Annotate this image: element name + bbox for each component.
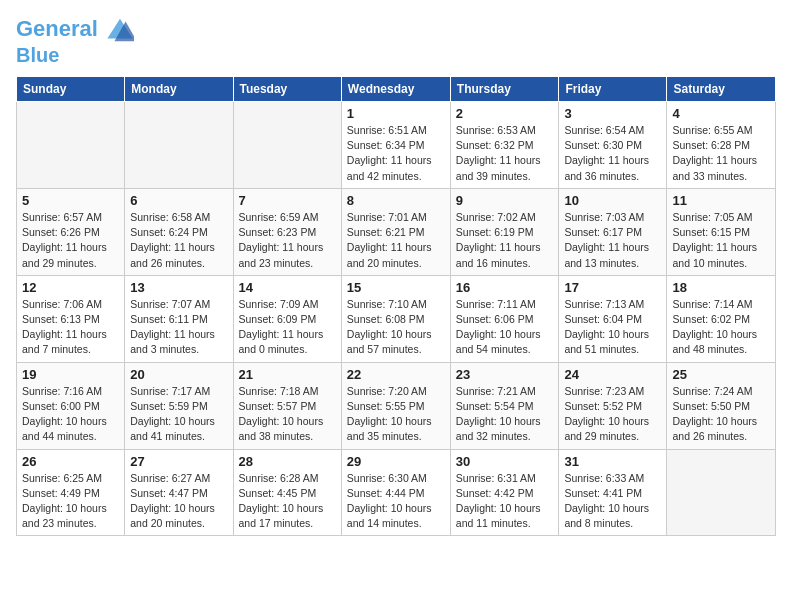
day-number: 28 xyxy=(239,454,336,469)
day-number: 27 xyxy=(130,454,227,469)
day-info: Sunrise: 7:10 AM Sunset: 6:08 PM Dayligh… xyxy=(347,297,445,358)
weekday-header-monday: Monday xyxy=(125,77,233,102)
day-number: 10 xyxy=(564,193,661,208)
calendar-cell: 21Sunrise: 7:18 AM Sunset: 5:57 PM Dayli… xyxy=(233,362,341,449)
day-info: Sunrise: 7:02 AM Sunset: 6:19 PM Dayligh… xyxy=(456,210,554,271)
day-info: Sunrise: 6:31 AM Sunset: 4:42 PM Dayligh… xyxy=(456,471,554,532)
day-info: Sunrise: 6:55 AM Sunset: 6:28 PM Dayligh… xyxy=(672,123,770,184)
calendar-cell: 11Sunrise: 7:05 AM Sunset: 6:15 PM Dayli… xyxy=(667,188,776,275)
calendar-table: SundayMondayTuesdayWednesdayThursdayFrid… xyxy=(16,76,776,536)
calendar-cell: 1Sunrise: 6:51 AM Sunset: 6:34 PM Daylig… xyxy=(341,102,450,189)
day-info: Sunrise: 6:57 AM Sunset: 6:26 PM Dayligh… xyxy=(22,210,119,271)
calendar-cell: 16Sunrise: 7:11 AM Sunset: 6:06 PM Dayli… xyxy=(450,275,559,362)
calendar-cell xyxy=(233,102,341,189)
calendar-cell: 22Sunrise: 7:20 AM Sunset: 5:55 PM Dayli… xyxy=(341,362,450,449)
calendar-cell: 26Sunrise: 6:25 AM Sunset: 4:49 PM Dayli… xyxy=(17,449,125,536)
calendar-cell: 28Sunrise: 6:28 AM Sunset: 4:45 PM Dayli… xyxy=(233,449,341,536)
weekday-header-tuesday: Tuesday xyxy=(233,77,341,102)
logo-text: General xyxy=(16,16,134,44)
calendar-week-1: 1Sunrise: 6:51 AM Sunset: 6:34 PM Daylig… xyxy=(17,102,776,189)
day-info: Sunrise: 6:53 AM Sunset: 6:32 PM Dayligh… xyxy=(456,123,554,184)
day-info: Sunrise: 7:23 AM Sunset: 5:52 PM Dayligh… xyxy=(564,384,661,445)
calendar-cell: 15Sunrise: 7:10 AM Sunset: 6:08 PM Dayli… xyxy=(341,275,450,362)
calendar-cell: 31Sunrise: 6:33 AM Sunset: 4:41 PM Dayli… xyxy=(559,449,667,536)
calendar-cell: 17Sunrise: 7:13 AM Sunset: 6:04 PM Dayli… xyxy=(559,275,667,362)
day-info: Sunrise: 7:20 AM Sunset: 5:55 PM Dayligh… xyxy=(347,384,445,445)
calendar-cell: 30Sunrise: 6:31 AM Sunset: 4:42 PM Dayli… xyxy=(450,449,559,536)
day-number: 12 xyxy=(22,280,119,295)
calendar-cell: 8Sunrise: 7:01 AM Sunset: 6:21 PM Daylig… xyxy=(341,188,450,275)
calendar-cell: 23Sunrise: 7:21 AM Sunset: 5:54 PM Dayli… xyxy=(450,362,559,449)
day-number: 9 xyxy=(456,193,554,208)
calendar-cell: 18Sunrise: 7:14 AM Sunset: 6:02 PM Dayli… xyxy=(667,275,776,362)
day-number: 16 xyxy=(456,280,554,295)
calendar-cell: 19Sunrise: 7:16 AM Sunset: 6:00 PM Dayli… xyxy=(17,362,125,449)
day-info: Sunrise: 6:33 AM Sunset: 4:41 PM Dayligh… xyxy=(564,471,661,532)
day-number: 5 xyxy=(22,193,119,208)
day-number: 21 xyxy=(239,367,336,382)
day-number: 20 xyxy=(130,367,227,382)
calendar-cell: 4Sunrise: 6:55 AM Sunset: 6:28 PM Daylig… xyxy=(667,102,776,189)
weekday-header-wednesday: Wednesday xyxy=(341,77,450,102)
day-number: 22 xyxy=(347,367,445,382)
calendar-cell xyxy=(125,102,233,189)
day-info: Sunrise: 6:51 AM Sunset: 6:34 PM Dayligh… xyxy=(347,123,445,184)
day-info: Sunrise: 7:13 AM Sunset: 6:04 PM Dayligh… xyxy=(564,297,661,358)
day-number: 18 xyxy=(672,280,770,295)
day-number: 3 xyxy=(564,106,661,121)
calendar-cell: 13Sunrise: 7:07 AM Sunset: 6:11 PM Dayli… xyxy=(125,275,233,362)
day-info: Sunrise: 6:59 AM Sunset: 6:23 PM Dayligh… xyxy=(239,210,336,271)
day-info: Sunrise: 7:24 AM Sunset: 5:50 PM Dayligh… xyxy=(672,384,770,445)
day-number: 6 xyxy=(130,193,227,208)
day-number: 1 xyxy=(347,106,445,121)
weekday-header-thursday: Thursday xyxy=(450,77,559,102)
calendar-cell xyxy=(17,102,125,189)
day-info: Sunrise: 7:18 AM Sunset: 5:57 PM Dayligh… xyxy=(239,384,336,445)
day-info: Sunrise: 7:17 AM Sunset: 5:59 PM Dayligh… xyxy=(130,384,227,445)
day-number: 17 xyxy=(564,280,661,295)
day-number: 7 xyxy=(239,193,336,208)
day-number: 15 xyxy=(347,280,445,295)
weekday-header-friday: Friday xyxy=(559,77,667,102)
page-header: General Blue xyxy=(16,16,776,66)
day-info: Sunrise: 6:30 AM Sunset: 4:44 PM Dayligh… xyxy=(347,471,445,532)
calendar-cell: 2Sunrise: 6:53 AM Sunset: 6:32 PM Daylig… xyxy=(450,102,559,189)
calendar-week-5: 26Sunrise: 6:25 AM Sunset: 4:49 PM Dayli… xyxy=(17,449,776,536)
day-info: Sunrise: 6:28 AM Sunset: 4:45 PM Dayligh… xyxy=(239,471,336,532)
day-info: Sunrise: 7:07 AM Sunset: 6:11 PM Dayligh… xyxy=(130,297,227,358)
calendar-cell: 25Sunrise: 7:24 AM Sunset: 5:50 PM Dayli… xyxy=(667,362,776,449)
logo-text2: Blue xyxy=(16,44,134,66)
day-number: 23 xyxy=(456,367,554,382)
day-number: 31 xyxy=(564,454,661,469)
day-number: 30 xyxy=(456,454,554,469)
day-info: Sunrise: 7:03 AM Sunset: 6:17 PM Dayligh… xyxy=(564,210,661,271)
day-number: 13 xyxy=(130,280,227,295)
weekday-header-sunday: Sunday xyxy=(17,77,125,102)
day-info: Sunrise: 6:54 AM Sunset: 6:30 PM Dayligh… xyxy=(564,123,661,184)
calendar-week-4: 19Sunrise: 7:16 AM Sunset: 6:00 PM Dayli… xyxy=(17,362,776,449)
calendar-cell: 12Sunrise: 7:06 AM Sunset: 6:13 PM Dayli… xyxy=(17,275,125,362)
calendar-cell: 5Sunrise: 6:57 AM Sunset: 6:26 PM Daylig… xyxy=(17,188,125,275)
day-number: 19 xyxy=(22,367,119,382)
calendar-week-3: 12Sunrise: 7:06 AM Sunset: 6:13 PM Dayli… xyxy=(17,275,776,362)
day-number: 2 xyxy=(456,106,554,121)
day-number: 26 xyxy=(22,454,119,469)
weekday-header-saturday: Saturday xyxy=(667,77,776,102)
calendar-cell: 27Sunrise: 6:27 AM Sunset: 4:47 PM Dayli… xyxy=(125,449,233,536)
day-info: Sunrise: 7:06 AM Sunset: 6:13 PM Dayligh… xyxy=(22,297,119,358)
day-number: 8 xyxy=(347,193,445,208)
calendar-cell: 20Sunrise: 7:17 AM Sunset: 5:59 PM Dayli… xyxy=(125,362,233,449)
day-number: 14 xyxy=(239,280,336,295)
calendar-week-2: 5Sunrise: 6:57 AM Sunset: 6:26 PM Daylig… xyxy=(17,188,776,275)
day-number: 25 xyxy=(672,367,770,382)
day-info: Sunrise: 6:27 AM Sunset: 4:47 PM Dayligh… xyxy=(130,471,227,532)
day-info: Sunrise: 7:05 AM Sunset: 6:15 PM Dayligh… xyxy=(672,210,770,271)
calendar-cell: 14Sunrise: 7:09 AM Sunset: 6:09 PM Dayli… xyxy=(233,275,341,362)
calendar-cell: 29Sunrise: 6:30 AM Sunset: 4:44 PM Dayli… xyxy=(341,449,450,536)
day-info: Sunrise: 6:58 AM Sunset: 6:24 PM Dayligh… xyxy=(130,210,227,271)
calendar-cell xyxy=(667,449,776,536)
calendar-cell: 10Sunrise: 7:03 AM Sunset: 6:17 PM Dayli… xyxy=(559,188,667,275)
day-number: 24 xyxy=(564,367,661,382)
calendar-cell: 9Sunrise: 7:02 AM Sunset: 6:19 PM Daylig… xyxy=(450,188,559,275)
day-info: Sunrise: 7:09 AM Sunset: 6:09 PM Dayligh… xyxy=(239,297,336,358)
